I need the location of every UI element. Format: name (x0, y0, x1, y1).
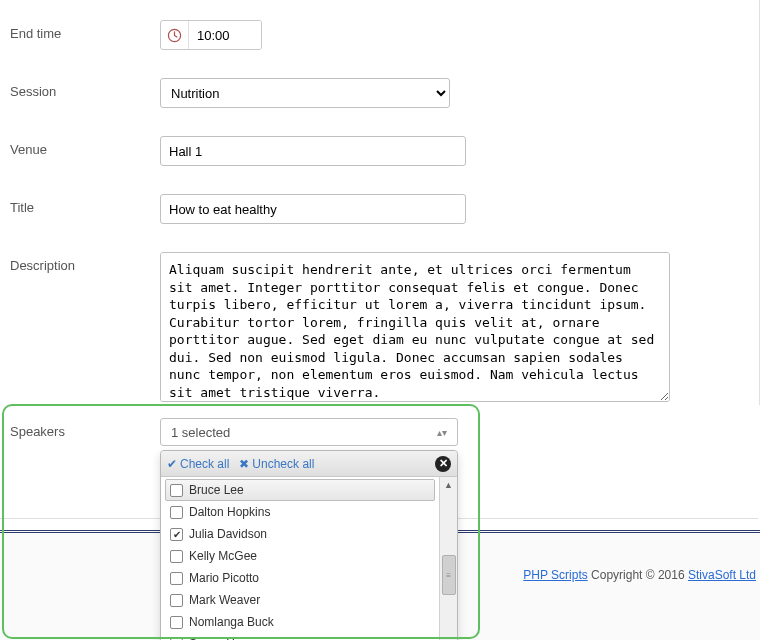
speakers-label: Speakers (10, 418, 160, 640)
description-label: Description (10, 252, 160, 273)
checkbox-icon (170, 550, 183, 563)
speaker-option-label: Julia Davidson (189, 527, 267, 541)
checkmark-icon: ✔ (167, 457, 177, 471)
speaker-option[interactable]: ✔Julia Davidson (165, 523, 435, 545)
speaker-option-label: Dalton Hopkins (189, 505, 270, 519)
close-dropdown-button[interactable]: ✕ (435, 456, 451, 472)
speaker-option-label: Nomlanga Buck (189, 615, 274, 629)
venue-input[interactable] (160, 136, 466, 166)
uncheck-all-label: Uncheck all (252, 457, 314, 471)
session-label: Session (10, 78, 160, 99)
venue-label: Venue (10, 136, 160, 157)
footer-text: PHP Scripts Copyright © 2016 StivaSoft L… (523, 568, 756, 582)
checkbox-icon (170, 484, 183, 497)
cross-icon: ✖ (239, 457, 249, 471)
clock-icon (161, 21, 189, 49)
checkbox-icon (170, 594, 183, 607)
speaker-option-label: Kelly McGee (189, 549, 257, 563)
footer-copyright: Copyright © 2016 (588, 568, 688, 582)
dropdown-scrollbar[interactable]: ▲ ≡ ▼ (439, 477, 457, 640)
end-time-field[interactable] (160, 20, 262, 50)
session-select[interactable]: Nutrition (160, 78, 450, 108)
close-icon: ✕ (439, 457, 448, 470)
speakers-dropdown: ✔ Check all ✖ Uncheck all ✕ Bruce LeeDal… (160, 450, 458, 640)
speakers-select-button[interactable]: 1 selected ▴▾ (160, 418, 458, 446)
speaker-option-label: Bruce Lee (189, 483, 244, 497)
scroll-thumb[interactable]: ≡ (442, 555, 456, 595)
checkbox-icon (170, 616, 183, 629)
end-time-label: End time (10, 20, 160, 41)
speaker-option-label: Mark Weaver (189, 593, 260, 607)
title-label: Title (10, 194, 160, 215)
footer-link-company[interactable]: StivaSoft Ltd (688, 568, 756, 582)
scroll-track[interactable]: ≡ (440, 493, 458, 640)
speakers-summary: 1 selected (171, 425, 230, 440)
footer-link-scripts[interactable]: PHP Scripts (523, 568, 587, 582)
title-input[interactable] (160, 194, 466, 224)
speaker-option[interactable]: Mario Picotto (165, 567, 435, 589)
speaker-option[interactable]: Kelly McGee (165, 545, 435, 567)
check-all-label: Check all (180, 457, 229, 471)
speaker-option[interactable]: Nomlanga Buck (165, 611, 435, 633)
scroll-up-icon[interactable]: ▲ (440, 477, 458, 493)
speaker-option[interactable]: Bruce Lee (165, 479, 435, 501)
description-textarea[interactable]: Aliquam suscipit hendrerit ante, et ultr… (160, 252, 670, 402)
check-all-button[interactable]: ✔ Check all (167, 457, 229, 471)
speaker-option[interactable]: Mark Weaver (165, 589, 435, 611)
speaker-option-label: Mario Picotto (189, 571, 259, 585)
uncheck-all-button[interactable]: ✖ Uncheck all (239, 457, 314, 471)
speaker-option[interactable]: Dalton Hopkins (165, 501, 435, 523)
end-time-input[interactable] (189, 21, 261, 49)
speaker-option[interactable]: Susan Hanson (165, 633, 435, 640)
checkbox-icon (170, 572, 183, 585)
updown-icon: ▴▾ (437, 427, 447, 438)
checkbox-icon (170, 506, 183, 519)
checkbox-icon: ✔ (170, 528, 183, 541)
